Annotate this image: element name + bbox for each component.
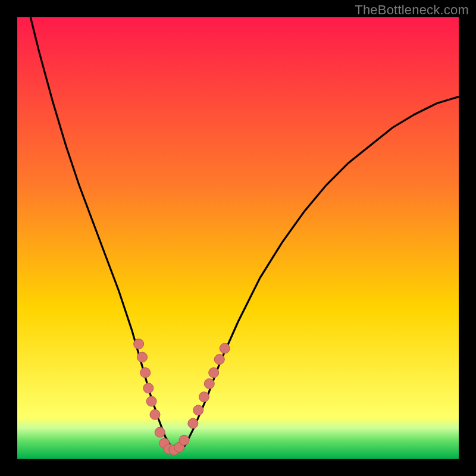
data-marker xyxy=(214,355,224,365)
data-marker xyxy=(204,378,214,389)
marker-group xyxy=(134,339,230,455)
data-marker xyxy=(143,383,154,393)
data-marker xyxy=(193,405,203,415)
chart-frame: TheBottleneck.com xyxy=(0,0,476,476)
data-marker xyxy=(134,339,144,349)
data-marker xyxy=(140,368,151,378)
data-marker xyxy=(146,396,156,406)
data-marker xyxy=(179,435,189,445)
bottleneck-curve xyxy=(30,17,459,451)
data-marker xyxy=(220,343,230,353)
data-marker xyxy=(199,392,209,402)
chart-svg xyxy=(17,17,459,459)
watermark-text: TheBottleneck.com xyxy=(355,2,469,18)
data-marker xyxy=(137,352,148,362)
data-marker xyxy=(209,368,219,378)
data-marker xyxy=(150,409,160,419)
data-marker xyxy=(188,418,198,428)
data-marker xyxy=(155,427,165,437)
